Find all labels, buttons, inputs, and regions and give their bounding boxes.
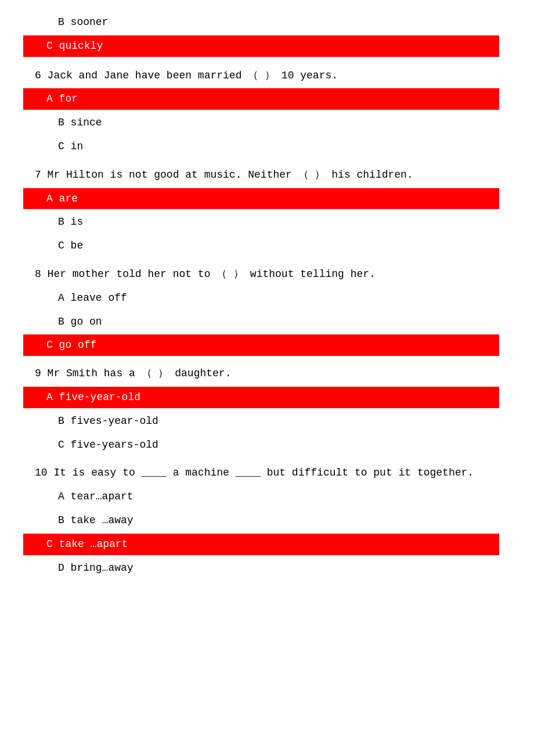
option-8b: B go on [35, 311, 499, 333]
option-5b: B sooner [35, 12, 499, 33]
question-8-text: 8 Her mother told her not to （ ） without… [35, 266, 499, 283]
option-10b: B take …away [35, 510, 499, 531]
option-label: C quickly [46, 40, 103, 52]
option-10c-highlighted: C take …apart [23, 534, 499, 555]
question-10-text: 10 It is easy to ____ a machine ____ but… [35, 465, 499, 481]
option-9c: C five-years-old [35, 434, 499, 456]
question-9-text: 9 Mr Smith has a （ ） daughter. [35, 365, 499, 382]
question-5-partial: B sooner C quickly [35, 12, 499, 57]
question-9: 9 Mr Smith has a （ ） daughter. A five-ye… [35, 365, 499, 455]
option-10a: A tear…apart [35, 486, 499, 507]
option-6c: C in [35, 136, 499, 157]
question-7: 7 Mr Hilton is not good at music. Neithe… [35, 167, 499, 257]
option-8a: A leave off [35, 287, 499, 309]
option-7c: C be [35, 235, 499, 257]
question-6-text: 6 Jack and Jane have been married （ ） 10… [35, 67, 499, 84]
question-8: 8 Her mother told her not to （ ） without… [35, 266, 499, 356]
option-6a-highlighted: A for [23, 88, 499, 110]
option-9b: B fives-year-old [35, 411, 499, 432]
option-label: B sooner [58, 16, 108, 28]
question-10: 10 It is easy to ____ a machine ____ but… [35, 465, 499, 578]
option-5c-highlighted: C quickly [23, 35, 499, 57]
option-6b: B since [35, 112, 499, 134]
option-10d: D bring…away [35, 557, 499, 579]
option-9a-highlighted: A five-year-old [23, 387, 499, 408]
question-7-text: 7 Mr Hilton is not good at music. Neithe… [35, 167, 499, 183]
question-6: 6 Jack and Jane have been married （ ） 10… [35, 67, 499, 157]
quiz-container: B sooner C quickly 6 Jack and Jane have … [35, 12, 499, 578]
option-7b: B is [35, 211, 499, 233]
option-8c-highlighted: C go off [23, 334, 499, 356]
option-7a-highlighted: A are [23, 188, 499, 210]
